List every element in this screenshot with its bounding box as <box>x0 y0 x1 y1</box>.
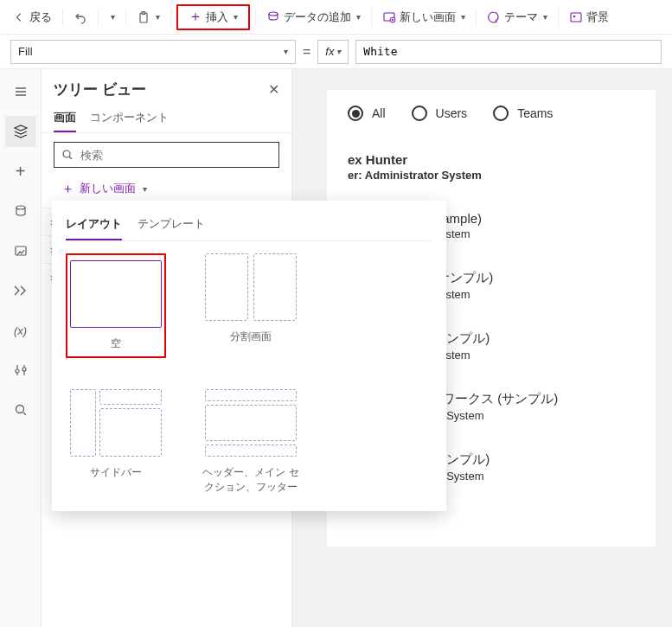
radio-option[interactable]: All <box>348 106 386 121</box>
rail-flows[interactable] <box>5 275 36 306</box>
rail-tree-view[interactable] <box>5 116 36 147</box>
separator <box>170 9 171 26</box>
left-rail: + (x) <box>0 69 42 627</box>
svg-point-9 <box>16 406 23 413</box>
formula-bar: Fill ▾ = fx ▾ <box>0 35 672 69</box>
insert-button[interactable]: ＋ 挿入 ▾ <box>176 4 250 30</box>
tab-screens[interactable]: 画面 <box>54 105 76 132</box>
new-screen-button[interactable]: ＋ 新しい画面 ▾ <box>54 176 155 201</box>
fx-button[interactable]: fx ▾ <box>317 40 349 64</box>
tree-tabs: 画面 コンポーネント <box>42 105 291 133</box>
undo-button[interactable] <box>68 7 93 28</box>
clipboard-icon <box>137 10 150 24</box>
new-screen-label: 新しい画面 <box>400 10 456 25</box>
fx-label: fx <box>325 45 334 58</box>
layout-label: 空 <box>111 336 121 351</box>
separator <box>558 9 559 26</box>
theme-button[interactable]: テーマ ▾ <box>482 6 553 29</box>
layout-thumb-blank <box>70 260 162 328</box>
undo-icon <box>74 10 87 24</box>
radio-option[interactable]: Users <box>412 106 468 121</box>
plus-icon: ＋ <box>189 10 202 24</box>
svg-rect-8 <box>16 246 26 255</box>
property-name: Fill <box>18 45 33 58</box>
tab-components[interactable]: コンポーネント <box>90 105 169 132</box>
radio-option[interactable]: Teams <box>493 106 553 121</box>
tab-layout[interactable]: レイアウト <box>66 213 122 240</box>
tree-title: ツリー ビュー <box>54 80 146 99</box>
record-subtitle: er: Administrator System <box>348 169 635 182</box>
layout-header-main-footer[interactable]: ヘッダー、メイン セクション、フッター <box>201 389 301 495</box>
close-icon[interactable]: ✕ <box>268 81 279 98</box>
chevron-down-icon: ▾ <box>156 12 160 22</box>
formula-input[interactable] <box>355 40 662 64</box>
chevron-down-icon: ▾ <box>543 12 547 22</box>
radio-circle-icon <box>412 106 427 121</box>
background-label: 背景 <box>586 10 609 25</box>
add-data-button[interactable]: データの追加 ▾ <box>261 6 366 29</box>
popover-tabs: レイアウト テンプレート <box>66 213 432 241</box>
separator <box>255 9 256 26</box>
search-icon <box>61 149 74 161</box>
theme-label: テーマ <box>504 10 538 25</box>
chevron-down-icon: ▾ <box>336 47 341 56</box>
radio-label: All <box>372 106 386 120</box>
chevron-down-icon: ▾ <box>143 184 147 194</box>
layout-split[interactable]: 分割画面 <box>201 253 301 358</box>
tree-search[interactable] <box>54 142 279 168</box>
layout-sidebar[interactable]: サイドバー <box>66 389 166 495</box>
data-icon <box>266 10 280 24</box>
insert-label: 挿入 <box>206 10 228 25</box>
plus-icon: ＋ <box>61 181 74 197</box>
chevron-down-icon: ▾ <box>284 47 288 56</box>
new-screen-toolbar-button[interactable]: 新しい画面 ▾ <box>377 6 470 29</box>
chevron-down-icon: ▾ <box>111 12 115 22</box>
property-selector[interactable]: Fill ▾ <box>10 40 296 64</box>
undo-chevron[interactable]: ▾ <box>104 9 120 25</box>
rail-media[interactable] <box>5 235 36 266</box>
svg-point-7 <box>16 206 25 209</box>
rail-insert[interactable]: + <box>5 156 36 187</box>
screen-icon <box>382 10 396 24</box>
back-arrow-icon <box>12 10 26 24</box>
image-icon <box>569 10 583 24</box>
chevron-down-icon: ▾ <box>234 12 238 22</box>
layout-label: サイドバー <box>90 465 142 480</box>
svg-point-2 <box>269 12 278 16</box>
radio-group: AllUsersTeams <box>348 106 635 121</box>
equals-sign: = <box>303 44 310 60</box>
back-button[interactable]: 戻る <box>7 6 57 29</box>
separator <box>125 9 126 26</box>
new-screen-label: 新しい画面 <box>80 181 136 196</box>
chevron-down-icon: ▾ <box>461 12 465 22</box>
radio-label: Teams <box>517 106 553 120</box>
radio-circle-icon <box>493 106 509 121</box>
tree-search-input[interactable] <box>79 148 272 163</box>
new-screen-popover: レイアウト テンプレート 空 分割画面 サイ <box>52 201 446 511</box>
svg-point-10 <box>63 150 70 157</box>
svg-rect-5 <box>571 13 581 22</box>
layout-thumb-sidebar <box>70 389 162 457</box>
list-item[interactable]: ex Hunterer: Administrator System <box>348 152 635 182</box>
rail-search[interactable] <box>5 394 36 425</box>
rail-data[interactable] <box>5 195 36 227</box>
radio-circle-icon <box>348 106 363 121</box>
chevron-down-icon: ▾ <box>356 12 361 22</box>
svg-point-6 <box>573 15 575 16</box>
paste-button[interactable]: ▾ <box>131 7 165 28</box>
layout-grid: 空 分割画面 サイドバー <box>66 253 432 494</box>
separator <box>98 9 99 26</box>
rail-variables[interactable]: (x) <box>5 315 36 346</box>
rail-hamburger[interactable] <box>5 76 36 107</box>
top-toolbar: 戻る ▾ ▾ ＋ 挿入 ▾ データの追加 ▾ 新しい画面 ▾ <box>0 0 672 35</box>
radio-label: Users <box>436 106 468 120</box>
tab-template[interactable]: テンプレート <box>138 213 205 240</box>
background-button[interactable]: 背景 <box>564 6 614 29</box>
separator <box>62 9 63 26</box>
record-title: ex Hunter <box>348 152 635 167</box>
layout-blank[interactable]: 空 <box>66 253 166 358</box>
back-label: 戻る <box>29 10 52 25</box>
rail-tools[interactable] <box>5 355 36 386</box>
layout-thumb-split <box>205 253 297 321</box>
layout-thumb-hmf <box>205 389 297 457</box>
